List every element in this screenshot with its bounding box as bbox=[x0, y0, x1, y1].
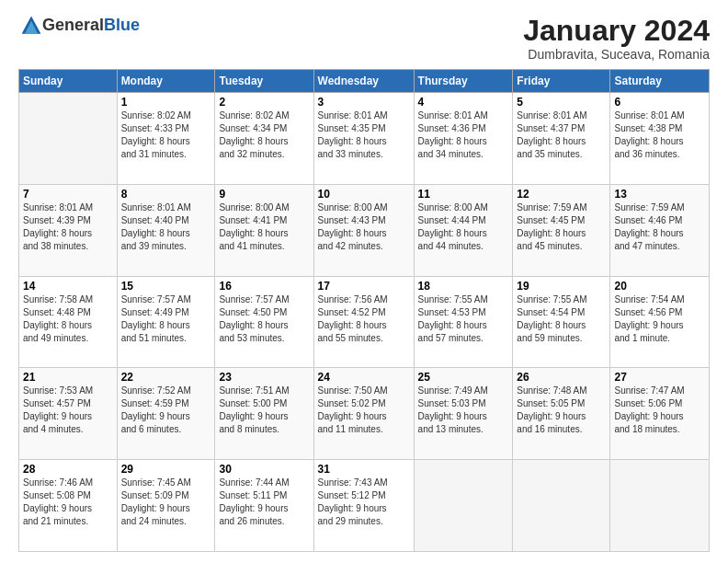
page: GeneralBlue January 2024 Dumbravita, Suc… bbox=[0, 0, 728, 563]
table-cell: 9Sunrise: 8:00 AMSunset: 4:41 PMDaylight… bbox=[215, 184, 313, 276]
table-cell: 27Sunrise: 7:47 AMSunset: 5:06 PMDayligh… bbox=[610, 368, 710, 460]
table-cell: 15Sunrise: 7:57 AMSunset: 4:49 PMDayligh… bbox=[117, 276, 215, 368]
title-area: January 2024 Dumbravita, Suceava, Romani… bbox=[523, 15, 710, 62]
table-cell: 8Sunrise: 8:01 AMSunset: 4:40 PMDaylight… bbox=[117, 184, 215, 276]
day-number: 9 bbox=[219, 188, 309, 201]
day-number: 27 bbox=[614, 371, 705, 384]
day-number: 5 bbox=[517, 96, 606, 109]
day-info: Sunrise: 7:55 AMSunset: 4:54 PMDaylight:… bbox=[517, 293, 606, 345]
table-cell: 21Sunrise: 7:53 AMSunset: 4:57 PMDayligh… bbox=[19, 368, 118, 460]
day-number: 28 bbox=[23, 463, 113, 476]
day-number: 16 bbox=[219, 280, 309, 293]
week-row-3: 14Sunrise: 7:58 AMSunset: 4:48 PMDayligh… bbox=[19, 276, 710, 368]
week-row-4: 21Sunrise: 7:53 AMSunset: 4:57 PMDayligh… bbox=[19, 368, 710, 460]
location-title: Dumbravita, Suceava, Romania bbox=[523, 47, 710, 62]
day-number: 18 bbox=[418, 280, 509, 293]
day-info: Sunrise: 8:01 AMSunset: 4:38 PMDaylight:… bbox=[614, 109, 705, 161]
table-cell bbox=[513, 460, 610, 552]
day-info: Sunrise: 8:01 AMSunset: 4:40 PMDaylight:… bbox=[121, 201, 211, 253]
day-number: 6 bbox=[614, 96, 705, 109]
day-info: Sunrise: 7:59 AMSunset: 4:46 PMDaylight:… bbox=[614, 201, 705, 253]
day-number: 17 bbox=[318, 280, 410, 293]
logo-general-text: General bbox=[42, 16, 104, 34]
day-number: 25 bbox=[418, 371, 509, 384]
table-cell: 10Sunrise: 8:00 AMSunset: 4:43 PMDayligh… bbox=[313, 184, 414, 276]
day-number: 10 bbox=[318, 188, 410, 201]
day-info: Sunrise: 7:52 AMSunset: 4:59 PMDaylight:… bbox=[121, 385, 211, 436]
day-number: 20 bbox=[614, 280, 705, 293]
table-cell: 6Sunrise: 8:01 AMSunset: 4:38 PMDaylight… bbox=[610, 93, 710, 185]
day-info: Sunrise: 7:57 AMSunset: 4:49 PMDaylight:… bbox=[121, 293, 211, 345]
table-cell: 19Sunrise: 7:55 AMSunset: 4:54 PMDayligh… bbox=[513, 276, 610, 368]
table-cell: 1Sunrise: 8:02 AMSunset: 4:33 PMDaylight… bbox=[117, 93, 215, 185]
table-cell: 3Sunrise: 8:01 AMSunset: 4:35 PMDaylight… bbox=[313, 93, 414, 185]
col-thursday: Thursday bbox=[414, 70, 513, 93]
table-cell: 26Sunrise: 7:48 AMSunset: 5:05 PMDayligh… bbox=[513, 368, 610, 460]
day-info: Sunrise: 8:00 AMSunset: 4:43 PMDaylight:… bbox=[318, 201, 410, 253]
day-info: Sunrise: 7:59 AMSunset: 4:45 PMDaylight:… bbox=[517, 201, 606, 253]
day-number: 7 bbox=[23, 188, 113, 201]
day-number: 19 bbox=[517, 280, 606, 293]
day-info: Sunrise: 7:53 AMSunset: 4:57 PMDaylight:… bbox=[23, 385, 113, 436]
day-number: 13 bbox=[614, 188, 705, 201]
day-number: 2 bbox=[219, 96, 309, 109]
day-info: Sunrise: 8:01 AMSunset: 4:37 PMDaylight:… bbox=[517, 109, 606, 161]
col-saturday: Saturday bbox=[610, 70, 710, 93]
logo-area: GeneralBlue bbox=[18, 15, 140, 37]
day-number: 1 bbox=[121, 96, 211, 109]
week-row-2: 7Sunrise: 8:01 AMSunset: 4:39 PMDaylight… bbox=[19, 184, 710, 276]
day-info: Sunrise: 7:54 AMSunset: 4:56 PMDaylight:… bbox=[614, 293, 705, 345]
table-cell bbox=[610, 460, 710, 552]
logo-blue-text: Blue bbox=[104, 16, 140, 34]
table-cell: 31Sunrise: 7:43 AMSunset: 5:12 PMDayligh… bbox=[313, 460, 414, 552]
table-cell: 12Sunrise: 7:59 AMSunset: 4:45 PMDayligh… bbox=[513, 184, 610, 276]
calendar-header-row: Sunday Monday Tuesday Wednesday Thursday… bbox=[19, 70, 710, 93]
day-number: 15 bbox=[121, 280, 211, 293]
day-number: 30 bbox=[219, 463, 309, 476]
col-sunday: Sunday bbox=[19, 70, 118, 93]
table-cell: 14Sunrise: 7:58 AMSunset: 4:48 PMDayligh… bbox=[19, 276, 118, 368]
table-cell: 7Sunrise: 8:01 AMSunset: 4:39 PMDaylight… bbox=[19, 184, 118, 276]
day-number: 14 bbox=[23, 280, 113, 293]
day-number: 29 bbox=[121, 463, 211, 476]
day-number: 11 bbox=[418, 188, 509, 201]
table-cell: 2Sunrise: 8:02 AMSunset: 4:34 PMDaylight… bbox=[215, 93, 313, 185]
day-info: Sunrise: 8:01 AMSunset: 4:36 PMDaylight:… bbox=[418, 109, 509, 161]
day-info: Sunrise: 7:58 AMSunset: 4:48 PMDaylight:… bbox=[23, 293, 113, 345]
table-cell: 11Sunrise: 8:00 AMSunset: 4:44 PMDayligh… bbox=[414, 184, 513, 276]
week-row-1: 1Sunrise: 8:02 AMSunset: 4:33 PMDaylight… bbox=[19, 93, 710, 185]
day-number: 24 bbox=[318, 371, 410, 384]
day-number: 26 bbox=[517, 371, 606, 384]
table-cell: 16Sunrise: 7:57 AMSunset: 4:50 PMDayligh… bbox=[215, 276, 313, 368]
table-cell: 24Sunrise: 7:50 AMSunset: 5:02 PMDayligh… bbox=[313, 368, 414, 460]
table-cell: 13Sunrise: 7:59 AMSunset: 4:46 PMDayligh… bbox=[610, 184, 710, 276]
day-info: Sunrise: 7:45 AMSunset: 5:09 PMDaylight:… bbox=[121, 477, 211, 528]
week-row-5: 28Sunrise: 7:46 AMSunset: 5:08 PMDayligh… bbox=[19, 460, 710, 552]
col-friday: Friday bbox=[513, 70, 610, 93]
calendar-table: Sunday Monday Tuesday Wednesday Thursday… bbox=[18, 69, 710, 552]
day-info: Sunrise: 7:49 AMSunset: 5:03 PMDaylight:… bbox=[418, 385, 509, 436]
day-info: Sunrise: 7:50 AMSunset: 5:02 PMDaylight:… bbox=[318, 385, 410, 436]
day-number: 12 bbox=[517, 188, 606, 201]
day-info: Sunrise: 8:02 AMSunset: 4:34 PMDaylight:… bbox=[219, 109, 309, 161]
day-info: Sunrise: 7:56 AMSunset: 4:52 PMDaylight:… bbox=[318, 293, 410, 345]
day-number: 8 bbox=[121, 188, 211, 201]
month-title: January 2024 bbox=[523, 15, 710, 47]
day-number: 31 bbox=[318, 463, 410, 476]
table-cell: 4Sunrise: 8:01 AMSunset: 4:36 PMDaylight… bbox=[414, 93, 513, 185]
day-number: 22 bbox=[121, 371, 211, 384]
table-cell bbox=[19, 93, 118, 185]
table-cell: 20Sunrise: 7:54 AMSunset: 4:56 PMDayligh… bbox=[610, 276, 710, 368]
day-info: Sunrise: 7:47 AMSunset: 5:06 PMDaylight:… bbox=[614, 385, 705, 436]
day-info: Sunrise: 8:02 AMSunset: 4:33 PMDaylight:… bbox=[121, 109, 211, 161]
table-cell: 29Sunrise: 7:45 AMSunset: 5:09 PMDayligh… bbox=[117, 460, 215, 552]
header: GeneralBlue January 2024 Dumbravita, Suc… bbox=[18, 15, 710, 62]
table-cell: 22Sunrise: 7:52 AMSunset: 4:59 PMDayligh… bbox=[117, 368, 215, 460]
col-wednesday: Wednesday bbox=[313, 70, 414, 93]
day-number: 4 bbox=[418, 96, 509, 109]
day-number: 3 bbox=[318, 96, 410, 109]
day-info: Sunrise: 7:46 AMSunset: 5:08 PMDaylight:… bbox=[23, 477, 113, 528]
table-cell: 17Sunrise: 7:56 AMSunset: 4:52 PMDayligh… bbox=[313, 276, 414, 368]
day-number: 23 bbox=[219, 371, 309, 384]
col-tuesday: Tuesday bbox=[215, 70, 313, 93]
